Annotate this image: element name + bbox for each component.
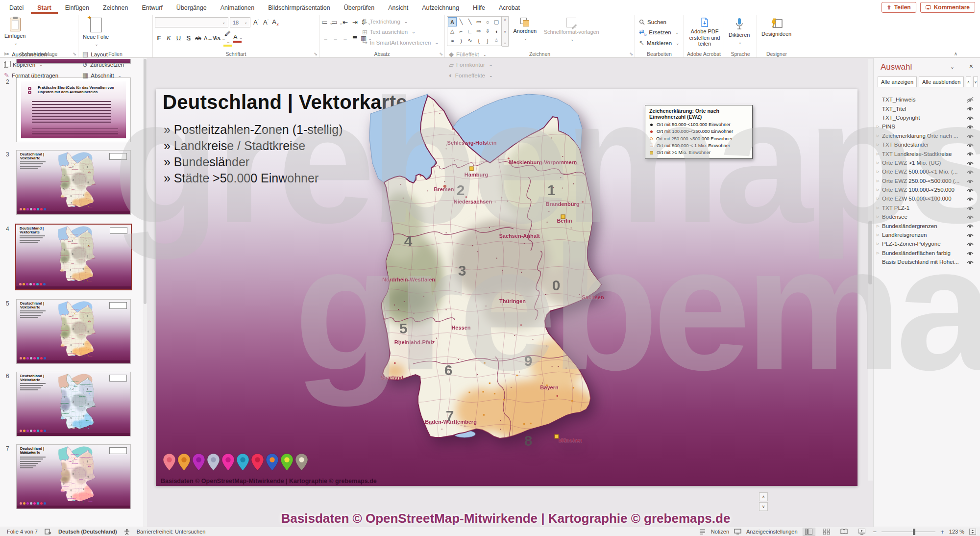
- slide-thumbnail-5[interactable]: Deutschland | Vektorkarte: [16, 299, 131, 364]
- slide-thumbnail-4[interactable]: Deutschland | Vektorkarte: [15, 224, 132, 290]
- shape-cell[interactable]: △: [448, 26, 457, 36]
- visible-eye-icon[interactable]: [966, 105, 974, 112]
- map-pin[interactable]: [177, 453, 191, 471]
- visible-eye-icon[interactable]: [966, 115, 974, 121]
- slide-thumbnail-6[interactable]: Deutschland | Vektorkarte: [16, 372, 131, 436]
- map-legend[interactable]: Zeichenerklärung: Orte nach Einwohnerzah…: [645, 105, 753, 159]
- bullet-list-button[interactable]: ≔: [321, 19, 330, 26]
- visible-eye-icon[interactable]: [966, 160, 974, 166]
- visible-eye-icon[interactable]: [966, 250, 974, 256]
- dictate-button[interactable]: Diktieren: [726, 16, 752, 49]
- selection-item[interactable]: ▷Orte EWZ >1 Mio. (UG): [874, 158, 980, 167]
- fit-to-window-icon[interactable]: [969, 529, 976, 535]
- zoom-in-button[interactable]: +: [940, 528, 944, 536]
- find-button[interactable]: Suchen: [637, 17, 682, 27]
- selection-item[interactable]: ▷Zeichenerklärung Orte nach ...: [874, 131, 980, 140]
- map-pin[interactable]: [236, 453, 249, 471]
- visible-eye-icon[interactable]: [966, 214, 974, 220]
- shape-cell[interactable]: }: [483, 36, 492, 45]
- selection-item[interactable]: ▷Orte EWZ 100.000-<250.000: [874, 185, 980, 194]
- collapse-ribbon-icon[interactable]: ∧: [954, 51, 957, 56]
- underline-button[interactable]: U: [174, 34, 183, 42]
- clear-format-button[interactable]: A✗: [271, 18, 280, 27]
- move-down-button[interactable]: ∨: [973, 77, 978, 87]
- tab-zeichnen[interactable]: Zeichnen: [97, 1, 134, 14]
- tab-übergänge[interactable]: Übergänge: [170, 1, 213, 14]
- visible-eye-icon[interactable]: [966, 196, 974, 202]
- paste-button[interactable]: Einfügen: [2, 16, 28, 49]
- show-all-button[interactable]: Alle anzeigen: [878, 77, 917, 87]
- map-pin[interactable]: [221, 453, 235, 471]
- zoom-slider[interactable]: [882, 532, 935, 532]
- tab-aufzeichnung[interactable]: Aufzeichnung: [416, 1, 466, 14]
- canvas-scrollbar[interactable]: [868, 59, 873, 481]
- next-slide-button[interactable]: ∨: [759, 502, 768, 511]
- hidden-eye-icon[interactable]: [966, 97, 974, 103]
- tab-überprüfen[interactable]: Überprüfen: [338, 1, 381, 14]
- display-settings-button[interactable]: Anzeigeeinstellungen: [746, 529, 798, 535]
- selection-item[interactable]: ▷Orte EWZ 250.00-<500.000 (...: [874, 177, 980, 185]
- design-ideas-button[interactable]: Designideen: [759, 16, 794, 49]
- shape-effects-button[interactable]: ◐Formeffekte: [447, 70, 495, 80]
- map-pin[interactable]: [192, 453, 205, 471]
- visible-eye-icon[interactable]: [966, 178, 974, 184]
- visible-eye-icon[interactable]: [966, 241, 974, 247]
- visible-eye-icon[interactable]: [966, 232, 974, 238]
- expand-arrow-icon[interactable]: ▷: [877, 206, 882, 210]
- expand-arrow-icon[interactable]: ▷: [877, 224, 882, 228]
- align-text-button[interactable]: ⊞Text ausrichten: [360, 27, 441, 37]
- tab-ansicht[interactable]: Ansicht: [382, 1, 415, 14]
- previous-slide-button[interactable]: ∧: [759, 492, 768, 501]
- shape-cell[interactable]: A: [448, 17, 457, 26]
- expand-arrow-icon[interactable]: ▷: [877, 179, 882, 183]
- map-pin[interactable]: [251, 453, 264, 471]
- font-color-button[interactable]: A: [233, 33, 242, 43]
- align-left-button[interactable]: ≡: [321, 34, 330, 42]
- font-name-combo[interactable]: ⌄: [155, 17, 228, 27]
- shape-cell[interactable]: ⇩: [483, 26, 492, 36]
- grow-font-button[interactable]: Aˆ: [252, 19, 260, 26]
- quick-styles-button[interactable]: Schnellformat-vorlagen: [541, 16, 602, 49]
- germany-map[interactable]: Schleswig-HolsteinMecklenburg-Vorpommern…: [367, 89, 661, 484]
- selection-item[interactable]: ▷TXT Landkreise-Stadtkreise: [874, 149, 980, 158]
- highlight-color-button[interactable]: 🖉: [223, 30, 232, 47]
- comments-button[interactable]: Kommentare: [920, 2, 975, 13]
- language-indicator[interactable]: Deutsch (Deutschland): [58, 529, 117, 535]
- move-up-button[interactable]: ∧: [966, 77, 971, 87]
- shape-cell[interactable]: ): [457, 36, 466, 45]
- align-right-button[interactable]: ≡: [341, 34, 349, 42]
- font-size-combo[interactable]: 18⌄: [230, 17, 250, 27]
- section-button[interactable]: ▦Abschnitt: [80, 70, 126, 80]
- char-spacing-button[interactable]: A↔V: [204, 35, 212, 41]
- expand-arrow-icon[interactable]: ▷: [877, 161, 882, 165]
- slide-4-canvas[interactable]: Deutschland | Vektorkarte » Postleitzahl…: [156, 89, 858, 486]
- visible-eye-icon[interactable]: [966, 223, 974, 229]
- numbered-list-button[interactable]: ≕: [331, 19, 340, 26]
- selection-item[interactable]: ▷Bundesländergrenzen: [874, 221, 980, 230]
- selection-item[interactable]: ▷TXT Bundesländer: [874, 140, 980, 149]
- share-button[interactable]: ⇧ Teilen: [882, 2, 916, 13]
- slide-sorter-view-button[interactable]: [820, 528, 833, 536]
- map-pin[interactable]: [266, 453, 279, 471]
- slide-bullets[interactable]: » Postleitzahlen-Zonen (1-stellig)» Land…: [164, 122, 343, 186]
- selection-item[interactable]: ▷Landkreisgrenzen: [874, 230, 980, 239]
- justify-button[interactable]: ≣: [351, 34, 359, 42]
- strikethrough-button[interactable]: ab: [194, 35, 202, 41]
- zoom-slider-thumb[interactable]: [913, 529, 915, 535]
- decrease-indent-button[interactable]: ⇤: [341, 19, 349, 26]
- notes-toggle[interactable]: Notizen: [711, 529, 729, 535]
- shape-cell[interactable]: ☆: [492, 36, 501, 45]
- visible-eye-icon[interactable]: [966, 124, 974, 130]
- selection-item[interactable]: ▷Bundesländerflächen farbig: [874, 249, 980, 257]
- shape-outline-button[interactable]: ▱Formkontur: [447, 60, 495, 70]
- expand-arrow-icon[interactable]: ▷: [877, 143, 882, 147]
- shape-cell[interactable]: ○: [483, 17, 492, 26]
- selection-item[interactable]: Basis Deutschland mit Hohei...: [874, 257, 980, 266]
- shape-cell[interactable]: {: [474, 36, 483, 45]
- zoom-level[interactable]: 123 %: [949, 529, 964, 535]
- visible-eye-icon[interactable]: [966, 187, 974, 193]
- align-center-button[interactable]: ≡: [331, 34, 340, 42]
- map-pin[interactable]: [280, 453, 294, 471]
- pane-close-icon[interactable]: ×: [969, 62, 973, 70]
- expand-arrow-icon[interactable]: ▷: [877, 188, 882, 192]
